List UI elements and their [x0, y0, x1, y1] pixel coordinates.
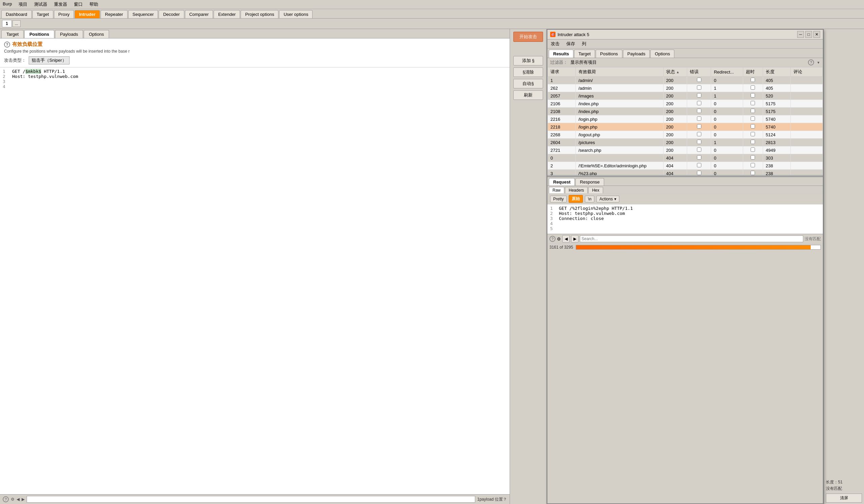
bottom-gear-icon[interactable]: ⚙ — [557, 236, 561, 242]
tab-extender[interactable]: Extender — [214, 10, 240, 18]
tab-sequencer[interactable]: Sequencer — [128, 10, 158, 18]
cell-error[interactable] — [687, 100, 711, 108]
cell-timeout[interactable] — [743, 139, 763, 146]
col-header-length[interactable]: 长度 — [763, 67, 791, 77]
cell-error[interactable] — [687, 131, 711, 139]
table-row[interactable]: 2268 /logout.php 200 0 5124 — [548, 131, 823, 139]
bottom-search-input[interactable] — [580, 235, 803, 242]
maximize-button[interactable]: □ — [805, 31, 812, 38]
cell-timeout[interactable] — [743, 77, 763, 84]
cell-error[interactable] — [687, 170, 711, 175]
bottom-sub-tab-hex[interactable]: Hex — [588, 187, 603, 193]
cell-timeout[interactable] — [743, 154, 763, 162]
auto-section-button[interactable]: 自动§ — [513, 79, 543, 88]
table-row[interactable]: 262 /admin 200 1 405 — [548, 84, 823, 92]
table-row[interactable]: 0 404 0 303 — [548, 154, 823, 162]
left-search-input[interactable] — [27, 496, 475, 503]
table-row[interactable]: 2108 /index.php 200 0 5175 — [548, 108, 823, 115]
newline-button[interactable]: \n — [585, 196, 594, 202]
tab-decoder[interactable]: Decoder — [159, 10, 184, 18]
attack-tab-results[interactable]: Results — [549, 50, 573, 58]
bottom-tab-response[interactable]: Response — [575, 178, 604, 186]
start-attack-button[interactable]: 开始攻击 — [513, 32, 543, 42]
table-row[interactable]: 2721 /search.php 200 0 4949 — [548, 146, 823, 154]
left-tab-positions[interactable]: Positions — [24, 30, 54, 38]
gear-icon[interactable]: ⚙ — [11, 497, 14, 502]
tab-project-options[interactable]: Project options — [241, 10, 278, 18]
bottom-forward-btn[interactable]: ▶ — [571, 235, 578, 243]
tab-user-options[interactable]: User options — [279, 10, 313, 18]
cell-timeout[interactable] — [743, 100, 763, 108]
cell-timeout[interactable] — [743, 84, 763, 92]
tab-target[interactable]: Target — [32, 10, 53, 18]
cell-timeout[interactable] — [743, 123, 763, 131]
attack-menu-col[interactable]: 列 — [580, 40, 588, 48]
table-row[interactable]: 2604 /pictures 200 1 2813 — [548, 139, 823, 146]
cell-error[interactable] — [687, 162, 711, 170]
clear-section-button[interactable]: §清除 — [513, 67, 543, 77]
filter-value[interactable]: 显示所有项目 — [571, 59, 597, 65]
pretty-button[interactable]: Pretty — [550, 196, 567, 202]
add-section-button[interactable]: 添加 § — [513, 56, 543, 65]
cell-timeout[interactable] — [743, 115, 763, 123]
table-row[interactable]: 2106 /index.php 200 0 5175 — [548, 100, 823, 108]
bottom-help-icon[interactable]: ? — [550, 236, 555, 242]
attack-menu-save[interactable]: 保存 — [565, 40, 576, 48]
cell-timeout[interactable] — [743, 170, 763, 175]
cell-timeout[interactable] — [743, 162, 763, 170]
col-header-status[interactable]: 状态 ▲ — [663, 67, 687, 77]
table-row[interactable]: 3 /%23.php 404 0 238 — [548, 170, 823, 175]
session-more-btn[interactable]: ... — [12, 20, 21, 27]
filter-help-icon[interactable]: ? — [808, 59, 814, 65]
attack-type-value[interactable]: 狙击手（Sniper） — [29, 56, 70, 64]
col-header-redirect[interactable]: Redirect... — [711, 67, 743, 77]
cell-error[interactable] — [687, 123, 711, 131]
cell-error[interactable] — [687, 146, 711, 154]
cell-error[interactable] — [687, 84, 711, 92]
menu-window[interactable]: 窗口 — [73, 1, 84, 8]
left-tab-options[interactable]: Options — [84, 30, 109, 38]
left-tab-target[interactable]: Target — [1, 30, 24, 38]
col-header-comment[interactable]: 评论 — [791, 67, 823, 77]
cell-timeout[interactable] — [743, 108, 763, 115]
session-tab-1[interactable]: 1 — [2, 20, 12, 27]
nav-forward-btn[interactable]: ▶ — [22, 497, 25, 502]
attack-tab-positions[interactable]: Positions — [596, 50, 622, 58]
menu-burp[interactable]: Burp — [1, 1, 13, 8]
cell-timeout[interactable] — [743, 146, 763, 154]
col-header-req[interactable]: 请求 — [548, 67, 576, 77]
clear-screen-button[interactable]: 清屏 — [826, 493, 862, 503]
left-tab-payloads[interactable]: Payloads — [55, 30, 83, 38]
raw-button[interactable]: 原始 — [569, 195, 583, 203]
bottom-back-btn[interactable]: ◀ — [562, 235, 570, 243]
menu-repeater[interactable]: 重发器 — [53, 1, 69, 8]
bottom-tab-request[interactable]: Request — [549, 178, 575, 186]
tab-dashboard[interactable]: Dashboard — [1, 10, 32, 18]
col-header-timeout[interactable]: 超时 — [743, 67, 763, 77]
col-header-payload[interactable]: 有效载荷 — [575, 67, 663, 77]
table-row[interactable]: 2 /!Emte%5E=.Editor/adminlogin.php 404 0… — [548, 162, 823, 170]
table-row[interactable]: 2216 /login.php 200 0 5740 — [548, 115, 823, 123]
table-row[interactable]: 2057 /images 200 1 520 — [548, 92, 823, 100]
left-help-icon[interactable]: ? — [3, 496, 9, 502]
attack-menu-attack[interactable]: 攻击 — [550, 40, 561, 48]
refresh-button[interactable]: 刷新 — [513, 90, 543, 100]
bottom-sub-tab-raw[interactable]: Raw — [549, 187, 564, 193]
menu-tester[interactable]: 测试器 — [33, 1, 49, 8]
attack-tab-payloads[interactable]: Payloads — [623, 50, 650, 58]
cell-error[interactable] — [687, 108, 711, 115]
cell-error[interactable] — [687, 115, 711, 123]
cell-timeout[interactable] — [743, 92, 763, 100]
cell-timeout[interactable] — [743, 131, 763, 139]
col-header-error[interactable]: 错误 — [687, 67, 711, 77]
cell-error[interactable] — [687, 92, 711, 100]
menu-help[interactable]: 帮助 — [88, 1, 99, 8]
cell-error[interactable] — [687, 139, 711, 146]
attack-tab-options[interactable]: Options — [650, 50, 674, 58]
tab-intruder[interactable]: Intruder — [75, 10, 100, 18]
bottom-sub-tab-headers[interactable]: Headers — [565, 187, 588, 193]
tab-proxy[interactable]: Proxy — [54, 10, 74, 18]
attack-tab-target[interactable]: Target — [574, 50, 595, 58]
cell-error[interactable] — [687, 154, 711, 162]
table-row[interactable]: 2218 /login.php 200 0 5740 — [548, 123, 823, 131]
